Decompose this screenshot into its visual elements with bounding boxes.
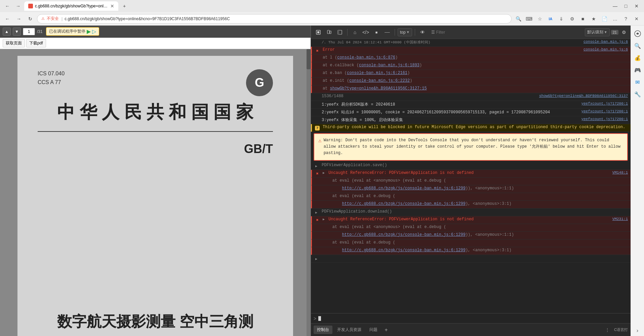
insecure-label: 不安全 bbox=[47, 16, 59, 22]
resume-button[interactable]: ▶ bbox=[87, 28, 91, 35]
pdf-page-input[interactable] bbox=[23, 28, 35, 35]
log-vm231-detail2: at eval (eval at e.debug ( bbox=[311, 239, 631, 247]
add-panel-btn[interactable]: + bbox=[382, 326, 390, 334]
help-btn[interactable]: ? bbox=[621, 14, 631, 24]
back-button[interactable]: ← bbox=[3, 1, 12, 11]
log-source-yeefx1[interactable]: yeefxcount.js?17200:1 bbox=[581, 102, 628, 106]
browser-back-button[interactable]: ← bbox=[3, 14, 12, 24]
ics-line1: ICS 07.040 bbox=[38, 69, 65, 78]
log-source-yeefx2[interactable]: yeefxcount.js?17200:1 bbox=[581, 109, 628, 113]
log-source-timestamp[interactable]: console-ban.min.js:6 bbox=[583, 40, 628, 44]
eye-btn[interactable]: 👁 bbox=[418, 28, 427, 37]
settings-gear-btn[interactable]: ⚙ bbox=[567, 14, 577, 24]
address-bar[interactable]: ⚠ 不安全 | c.gb688.cn/bzgk/gb/showGb?type=o… bbox=[37, 14, 512, 24]
search-icon-btn[interactable]: 🔍 bbox=[514, 14, 523, 24]
log-source-vm148[interactable]: VM148:1 bbox=[612, 171, 628, 175]
pdf-scrollbar[interactable] bbox=[307, 49, 311, 336]
tab-issues[interactable]: 问题 bbox=[366, 326, 381, 334]
minimize-button[interactable]: — bbox=[610, 1, 620, 11]
inspect-element-btn[interactable] bbox=[314, 28, 323, 37]
code-btn[interactable]: </> bbox=[361, 28, 370, 37]
separator1 bbox=[347, 29, 348, 36]
collections-btn[interactable]: 📄 bbox=[600, 14, 609, 24]
error-label: Error bbox=[323, 47, 335, 52]
step-over-button[interactable]: ▷ bbox=[92, 28, 96, 35]
close-devtools-btn[interactable]: ✕ bbox=[632, 14, 641, 24]
active-tab[interactable]: c.gb688.cn/bzgk/gb/showGb?type=online&hc… bbox=[24, 1, 118, 11]
sidebar-expand-btn[interactable]: › bbox=[632, 325, 643, 336]
gb-logo: G bbox=[246, 69, 273, 96]
sidebar-wallet-btn[interactable]: 💰 bbox=[632, 52, 643, 63]
sidebar-search-btn[interactable]: 🔍 bbox=[632, 40, 643, 51]
log-level-selector[interactable]: 默认级别 ▼ bbox=[585, 28, 610, 36]
devtools-settings-btn[interactable]: ⚙ bbox=[620, 28, 628, 36]
new-tab-button[interactable]: + bbox=[120, 1, 129, 11]
close-window-button[interactable]: ✕ bbox=[632, 1, 641, 11]
vm231-link1[interactable]: http://c.gb688.cn/bzgk/js/console-ban.mi… bbox=[342, 232, 466, 237]
stack-link-1[interactable]: console-ban.min.js:6:876 bbox=[337, 55, 395, 60]
network-btn[interactable]: ── bbox=[383, 28, 392, 37]
console-panel-icon-btn[interactable]: ■ bbox=[372, 28, 381, 37]
sidebar-games-btn[interactable]: 🎮 bbox=[632, 65, 643, 75]
favorites-btn[interactable]: ☆ bbox=[535, 14, 545, 24]
vm148-link2[interactable]: http://c.gb688.cn/bzgk/js/console-ban.mi… bbox=[342, 201, 466, 206]
log-collapsed-download-content: PDFViewApplication.download() bbox=[322, 209, 628, 214]
console-cursor bbox=[318, 316, 321, 321]
stack-spacer-1 bbox=[315, 56, 320, 61]
vm231-link2[interactable]: http://c.gb688.cn/bzgk/js/console-ban.mi… bbox=[342, 248, 466, 253]
pdf-down-button[interactable]: ▼ bbox=[13, 28, 21, 36]
tab-close-button[interactable]: ✕ bbox=[110, 3, 114, 9]
svg-rect-3 bbox=[330, 31, 331, 34]
forward-button[interactable]: → bbox=[13, 1, 23, 11]
reload-button[interactable]: ↻ bbox=[26, 14, 35, 24]
vm148-link1[interactable]: http://c.gb688.cn/bzgk/js/console-ban.mi… bbox=[342, 186, 466, 191]
device-toolbar-btn[interactable] bbox=[324, 28, 334, 37]
read-aloud-btn[interactable]: ⌨ bbox=[524, 14, 534, 24]
tab-devresources[interactable]: 开发人员资源 bbox=[334, 326, 365, 334]
stack-link-4[interactable]: console-ban.min.js:6:2232 bbox=[349, 78, 410, 83]
sidebar-tools-btn[interactable]: 🔧 bbox=[632, 89, 643, 100]
dock-bottom-btn[interactable]: ⋮ bbox=[603, 325, 612, 335]
log-source-vm231[interactable]: VM231:1 bbox=[612, 217, 628, 221]
log-vm231-link2: http://c.gb688.cn/bzgk/js/console-ban.mi… bbox=[311, 247, 631, 255]
log-collapsed-save[interactable]: ▶ PDFViewerApplication.save() bbox=[311, 162, 631, 170]
log-collapsed-download[interactable]: ▶ PDFViewApplication.download() bbox=[311, 209, 631, 216]
stack-link-3[interactable]: console-ban.min.js:6:2161 bbox=[347, 71, 407, 75]
pdf-up-button[interactable]: ▲ bbox=[3, 28, 11, 36]
log-source-1536[interactable]: showGb?type=online&h…BDFB98A611956C:3137 bbox=[539, 94, 628, 98]
spacer-icon bbox=[314, 95, 319, 100]
log-stack-5: at showGb?type=online&h…B98A611956C:3127… bbox=[311, 85, 631, 93]
download-pdf-button[interactable]: 下载pdf bbox=[26, 39, 46, 47]
browser-forward-button[interactable]: → bbox=[14, 14, 24, 24]
devtools-bottom-right: ⋮ C语言打 bbox=[603, 325, 628, 335]
pdf-scrollbar-thumb[interactable] bbox=[307, 49, 311, 69]
log-stack-content-2: at e.callback (console-ban.min.js:6:1893… bbox=[323, 63, 628, 68]
more-options-btn[interactable]: … bbox=[610, 14, 620, 24]
log-vm231-detail1: at eval (eval at <anonymous> (eval at e.… bbox=[311, 224, 631, 232]
sidebar-toggle-btn[interactable] bbox=[335, 28, 345, 37]
ics-classification: ICS 07.040 CCS A 77 bbox=[38, 69, 65, 86]
stack-link-5[interactable]: showGb?type=online&h…B98A611956C:3127:15 bbox=[330, 86, 427, 91]
log-source-yeefx3[interactable]: yeefxcount.js?17200:1 bbox=[581, 117, 628, 121]
filter-input[interactable] bbox=[436, 30, 581, 35]
log-expand-row[interactable]: ▶ bbox=[311, 255, 631, 263]
context-label: top bbox=[400, 30, 406, 35]
log-vm148-link2: http://c.gb688.cn/bzgk/js/console-ban.mi… bbox=[311, 201, 631, 209]
log-vm231-content: ▶ Uncaught ReferenceError: PDFViewerAppl… bbox=[323, 217, 610, 222]
log-source-error[interactable]: console-ban.min.js:6 bbox=[583, 47, 628, 51]
sidebar-outlook-btn[interactable]: ✉ bbox=[632, 77, 643, 87]
stack-link-2[interactable]: console-ban.min.js:6:1893 bbox=[359, 63, 419, 68]
ia-btn[interactable]: IA bbox=[546, 14, 555, 24]
home-btn[interactable]: ⌂ bbox=[350, 28, 360, 37]
maximize-button[interactable]: □ bbox=[621, 1, 631, 11]
log-1536-content: 1536/1488 bbox=[322, 94, 536, 99]
add-favorites-btn[interactable]: ★ bbox=[589, 14, 598, 24]
fetch-page-button[interactable]: 获取页面 bbox=[3, 39, 25, 47]
sidebar-copilot-btn[interactable] bbox=[632, 28, 643, 39]
context-selector[interactable]: top ▼ bbox=[398, 28, 412, 36]
context-dropdown-icon: ▼ bbox=[406, 30, 410, 34]
toolbar-icons: 🔍 ⌨ ☆ IA ⇓ ⚙ ■ ★ 📄 … ? ✕ bbox=[514, 14, 641, 24]
split-view-btn[interactable]: ■ bbox=[578, 14, 588, 24]
tab-console[interactable]: 控制台 bbox=[314, 326, 332, 334]
download-btn[interactable]: ⇓ bbox=[557, 14, 566, 24]
